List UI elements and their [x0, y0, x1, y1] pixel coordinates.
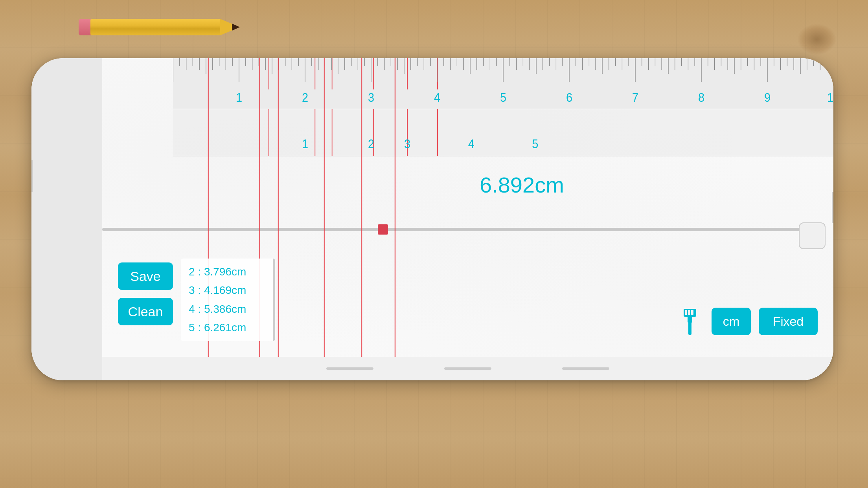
ruler-numbers-svg: 1 2 3 4 5 6 7 8 9 10	[173, 90, 833, 106]
tick-marks-svg	[173, 58, 833, 90]
svg-text:4: 4	[434, 90, 440, 105]
svg-rect-36	[685, 310, 687, 315]
volume-button[interactable]	[31, 160, 33, 192]
pencil-body	[90, 19, 220, 35]
tool-icon[interactable]	[676, 306, 704, 337]
home-tab-2	[444, 367, 491, 370]
measurement-item-4: 5 : 6.261cm	[189, 318, 265, 337]
device-frame: // This will be drawn via inline SVG pat…	[31, 58, 833, 380]
svg-rect-33	[688, 321, 691, 335]
svg-text:1: 1	[236, 90, 242, 105]
svg-text:1: 1	[302, 137, 308, 151]
save-button[interactable]: Save	[118, 262, 173, 290]
pencil-decoration	[79, 16, 244, 39]
measurement-display: 6.892cm	[480, 172, 564, 198]
measurement-list: 2 : 3.796cm 3 : 4.169cm 4 : 5.386cm 5 : …	[181, 259, 275, 341]
svg-text:2: 2	[368, 137, 374, 151]
svg-text:5: 5	[500, 90, 506, 105]
home-area	[102, 357, 833, 380]
paper-area: // This will be drawn via inline SVG pat…	[102, 58, 833, 380]
slider-thumb[interactable]	[378, 224, 388, 235]
svg-text:3: 3	[404, 137, 410, 151]
svg-text:2: 2	[302, 90, 308, 105]
wood-knot	[797, 24, 837, 55]
svg-text:5: 5	[532, 137, 538, 151]
bottom-controls: cm Fixed	[676, 306, 818, 337]
ruler-top-scale: // This will be drawn via inline SVG pat…	[173, 58, 833, 109]
ruler-numbers-row: 1 2 3 4 5 6 7 8 9 10	[173, 90, 833, 106]
svg-rect-38	[691, 310, 693, 315]
device-left-bezel	[31, 58, 102, 380]
ruler-bottom-scale: 1 2 3 4 5	[173, 109, 833, 156]
svg-text:7: 7	[632, 90, 638, 105]
cm-button[interactable]: cm	[712, 308, 751, 335]
measurement-item-3: 4 : 5.386cm	[189, 300, 265, 319]
home-tab-3	[562, 367, 609, 370]
measurement-item-1: 2 : 3.796cm	[189, 262, 265, 281]
svg-text:8: 8	[698, 90, 704, 105]
clean-button[interactable]: Clean	[118, 298, 173, 325]
home-tab-1	[326, 367, 373, 370]
power-button[interactable]	[832, 192, 833, 223]
svg-text:4: 4	[468, 137, 474, 151]
fixed-button[interactable]: Fixed	[759, 308, 818, 335]
svg-text:10: 10	[827, 90, 833, 105]
spatula-icon	[678, 306, 702, 337]
svg-text:9: 9	[764, 90, 771, 105]
slider-track[interactable]	[102, 228, 802, 231]
svg-rect-37	[688, 310, 690, 315]
pencil-lead	[232, 24, 240, 31]
measurement-item-2: 3 : 4.169cm	[189, 281, 265, 300]
device-inner: // This will be drawn via inline SVG pat…	[31, 58, 833, 380]
square-button[interactable]	[799, 222, 826, 249]
svg-rect-35	[688, 317, 692, 323]
svg-text:3: 3	[368, 90, 374, 105]
svg-text:6: 6	[566, 90, 572, 105]
ruler-bottom-svg: 1 2 3 4 5	[173, 109, 833, 156]
